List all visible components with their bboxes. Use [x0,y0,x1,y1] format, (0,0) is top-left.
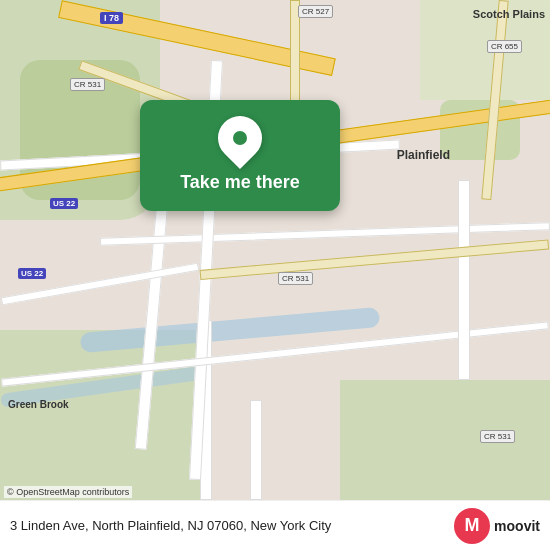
place-label-scotch-plains: Scotch Plains [473,8,545,20]
local-road [250,400,262,500]
osm-attribution: © OpenStreetMap contributors [4,486,132,498]
road-label-i78: I 78 [100,12,123,24]
action-button-label: Take me there [180,172,300,193]
road-label-cr531-2: CR 531 [278,272,313,285]
road-label-cr531-3: CR 531 [480,430,515,443]
green-area [0,330,200,500]
road-label-us22-1: US 22 [50,198,78,209]
place-label-plainfield: Plainfield [397,148,450,162]
moovit-icon: M [454,508,490,544]
green-area [340,380,550,500]
bottom-bar: 3 Linden Ave, North Plainfield, NJ 07060… [0,500,550,550]
address-label: 3 Linden Ave, North Plainfield, NJ 07060… [10,518,454,533]
road-label-cr531-1: CR 531 [70,78,105,91]
map-container[interactable]: I 78 US 22 US 22 CR 531 CR 531 CR 531 CR… [0,0,550,500]
road-label-cr655: CR 655 [487,40,522,53]
place-label-green-brook: Green Brook [8,399,69,410]
take-me-there-button[interactable]: Take me there [140,100,340,211]
road-label-us22-2: US 22 [18,268,46,279]
road-label-cr527: CR 527 [298,5,333,18]
location-pin-icon [209,107,271,169]
pin-icon-inner [233,131,247,145]
local-road [458,180,470,380]
moovit-logo: M moovit [454,508,540,544]
moovit-text: moovit [494,518,540,534]
